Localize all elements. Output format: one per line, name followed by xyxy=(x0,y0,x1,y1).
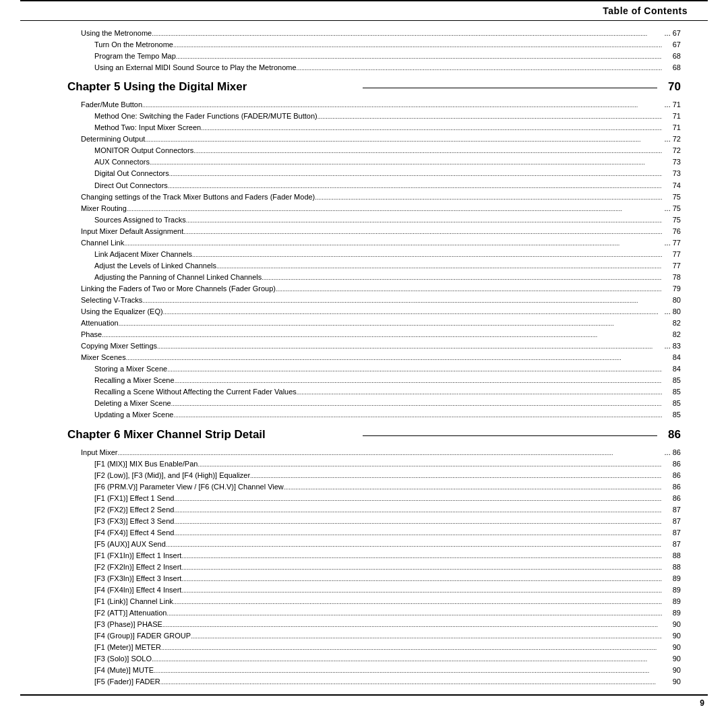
entry-title: [F1 (Link)] Channel Link xyxy=(94,596,173,607)
entry-title: [F3 (Solo)] SOLO xyxy=(94,653,152,665)
toc-entry: Sources Assigned to Tracks75 xyxy=(67,214,681,226)
toc-entry: [F5 (AUX)] AUX Send87 xyxy=(67,539,681,550)
toc-entry: [F5 (Fader)] FADER90 xyxy=(67,676,681,688)
entry-dots xyxy=(174,527,662,539)
entry-title: MONITOR Output Connectors xyxy=(94,145,193,156)
entry-title: Adjusting the Panning of Channel Linked … xyxy=(94,272,262,283)
entry-title: Using an External MIDI Sound Source to P… xyxy=(94,62,297,73)
entry-title: [F2 (FX2In)] Effect 2 Insert xyxy=(94,562,181,573)
toc-entry: Adjust the Levels of Linked Channels77 xyxy=(67,260,681,272)
entry-dots xyxy=(191,630,662,642)
entry-dots xyxy=(284,481,662,493)
entry-dots xyxy=(173,409,662,421)
entry-page: 87 xyxy=(662,504,681,516)
entry-page: 79 xyxy=(662,283,681,295)
entry-dots xyxy=(192,249,662,260)
entry-dots xyxy=(317,111,662,122)
entry-title: [F3 (FX3In)] Effect 3 Insert xyxy=(94,573,181,584)
toc-entry: Mixer Routing... 75 xyxy=(67,203,681,214)
toc-entry: Mixer Scenes84 xyxy=(67,352,681,363)
entry-title: Deleting a Mixer Scene xyxy=(94,398,171,409)
entry-title: Mixer Routing xyxy=(81,203,127,214)
entry-title: Program the Tempo Map xyxy=(94,51,176,62)
entry-dots xyxy=(198,458,662,470)
entry-dots xyxy=(119,317,662,329)
entry-title: [F2 (ATT)] Attenuation xyxy=(94,607,166,619)
toc-entry: [F4 (FX4)] Effect 4 Send87 xyxy=(67,527,681,539)
entry-page: 86 xyxy=(662,470,681,481)
entry-title: [F4 (FX4)] Effect 4 Send xyxy=(94,527,174,539)
entry-dots xyxy=(186,214,662,226)
toc-entry: Deleting a Mixer Scene85 xyxy=(67,398,681,409)
entry-title: [F1 (MIX)] MIX Bus Enable/Pan xyxy=(94,458,198,470)
entry-dots xyxy=(250,470,662,481)
chapter-dots xyxy=(363,88,658,88)
chapter-page: 70 xyxy=(657,80,681,94)
entry-title: [F5 (Fader)] FADER xyxy=(94,676,160,688)
entry-page: 90 xyxy=(662,665,681,676)
entry-dots xyxy=(173,39,662,51)
entry-title: Recalling a Mixer Scene xyxy=(94,375,175,386)
entry-page: 73 xyxy=(662,168,681,179)
bottom-bar: 9 xyxy=(20,694,708,708)
toc-entry: MONITOR Output Connectors72 xyxy=(67,145,681,156)
toc-entry: Digital Out Connectors73 xyxy=(67,168,681,179)
entry-title: Attenuation xyxy=(81,317,119,329)
entry-page: 89 xyxy=(662,584,681,596)
entry-dots xyxy=(216,260,662,272)
entry-page: 82 xyxy=(662,317,681,329)
entry-dots xyxy=(167,363,662,375)
toc-entry: [F3 (Phase)] PHASE90 xyxy=(67,619,681,630)
toc-entry: Input Mixer... 86 xyxy=(67,447,681,458)
entry-page: 75 xyxy=(662,214,681,226)
entry-dots xyxy=(161,642,662,653)
entry-page: ... 80 xyxy=(662,306,681,317)
entry-page: 71 xyxy=(662,111,681,122)
entry-page: 87 xyxy=(662,516,681,527)
toc-entry: [F2 (FX2In)] Effect 2 Insert88 xyxy=(67,562,681,573)
entry-page: 87 xyxy=(662,539,681,550)
entry-page: 85 xyxy=(662,398,681,409)
entry-dots xyxy=(173,596,662,607)
entry-dots xyxy=(181,550,662,562)
entry-page: 77 xyxy=(662,249,681,260)
entry-page: 89 xyxy=(662,596,681,607)
entry-title: Mixer Scenes xyxy=(81,352,126,363)
toc-entry: [F3 (FX3In)] Effect 3 Insert89 xyxy=(67,573,681,584)
entry-dots xyxy=(181,584,662,596)
entry-title: Method Two: Input Mixer Screen xyxy=(94,122,201,133)
chapter-title: Chapter 6 Mixer Channel Strip Detail xyxy=(67,428,363,442)
entry-title: [F3 (FX3)] Effect 3 Send xyxy=(94,516,174,527)
entry-dots xyxy=(154,665,662,676)
toc-entry: [F1 (Meter)] METER90 xyxy=(67,642,681,653)
entry-page: 71 xyxy=(662,122,681,133)
entry-page: 86 xyxy=(662,481,681,493)
entry-page: 89 xyxy=(662,607,681,619)
entry-page: 84 xyxy=(662,352,681,363)
entry-title: Recalling a Scene Without Affecting the … xyxy=(94,386,297,398)
toc-entry: [F2 (ATT)] Attenuation89 xyxy=(67,607,681,619)
toc-entry: Phase82 xyxy=(67,329,681,340)
entry-dots xyxy=(166,607,662,619)
entry-title: Turn On the Metronome xyxy=(94,39,173,51)
toc-entry: [F1 (MIX)] MIX Bus Enable/Pan86 xyxy=(67,458,681,470)
chapter-heading: Chapter 6 Mixer Channel Strip Detail86 xyxy=(67,428,681,442)
entry-page: ... 75 xyxy=(662,203,681,214)
entry-dots xyxy=(201,122,662,133)
toc-entry: Channel Link... 77 xyxy=(67,237,681,249)
entry-title: Selecting V-Tracks xyxy=(81,295,142,306)
entry-page: 80 xyxy=(662,295,681,306)
entry-page: 85 xyxy=(662,386,681,398)
toc-entry: AUX Connectors73 xyxy=(67,156,681,168)
toc-entry: [F4 (FX4In)] Effect 4 Insert89 xyxy=(67,584,681,596)
entry-title: Direct Out Connectors xyxy=(94,180,168,191)
header-title: Table of Contents xyxy=(603,5,688,16)
toc-entry: Updating a Mixer Scene85 xyxy=(67,409,681,421)
entry-dots xyxy=(142,99,662,111)
entry-page: 89 xyxy=(662,573,681,584)
entry-title: [F2 (Low)], [F3 (Mid)], and [F4 (High)] … xyxy=(94,470,250,481)
entry-dots xyxy=(145,133,662,145)
entry-page: 68 xyxy=(662,51,681,62)
entry-title: Fader/Mute Button xyxy=(81,99,142,111)
entry-title: Adjust the Levels of Linked Channels xyxy=(94,260,216,272)
